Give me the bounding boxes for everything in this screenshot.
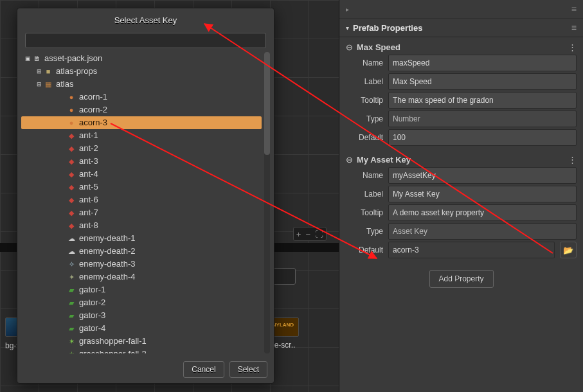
expander-icon[interactable]: ⊖: [346, 155, 353, 165]
cancel-button[interactable]: Cancel: [183, 361, 224, 378]
tree-item[interactable]: ▰gator-2: [21, 296, 262, 309]
tree-label: ant-7: [79, 206, 98, 219]
browse-asset-button[interactable]: 📂: [560, 242, 577, 258]
sprite-icon: ◆: [66, 170, 76, 179]
tree-label: gator-1: [79, 283, 105, 296]
tree-item[interactable]: ✦enemy-death-4: [21, 271, 262, 283]
sprite-icon: ☁: [66, 234, 76, 243]
field-label: Default: [346, 133, 383, 142]
type-select[interactable]: Asset Key: [388, 223, 577, 240]
canvas-zoom-toolbar[interactable]: + − ⛶: [293, 227, 327, 241]
tree-label: acorn-3: [79, 116, 107, 129]
section-compiler[interactable]: ▸ ≡: [339, 0, 583, 19]
tree-item[interactable]: ◆ant-5: [21, 181, 262, 193]
tree-root[interactable]: ▣🗎asset-pack.json: [21, 52, 262, 65]
tree-branch[interactable]: ⊞■atlas-props: [21, 65, 262, 78]
tree-label: ant-6: [79, 193, 98, 206]
tree-label: gator-3: [79, 309, 105, 322]
label-input[interactable]: My Asset Key: [388, 186, 577, 202]
tree-item[interactable]: ●acorn-3: [21, 116, 262, 129]
plus-icon[interactable]: +: [296, 229, 301, 239]
tree-item[interactable]: ◆ant-3: [21, 155, 262, 168]
field-label: Label: [346, 190, 383, 199]
default-input[interactable]: acorn-3: [388, 242, 555, 258]
tree-label: ant-3: [79, 155, 98, 168]
asset-tree[interactable]: ▣🗎asset-pack.json⊞■atlas-props⊟▦atlas●ac…: [21, 52, 262, 353]
tree-item[interactable]: ▰gator-4: [21, 322, 262, 335]
tree-item[interactable]: ◆ant-7: [21, 206, 262, 219]
tree-scrollbar[interactable]: [264, 52, 270, 353]
tree-label: ant-5: [79, 181, 98, 193]
tree-item[interactable]: ✶grasshopper-fall-1: [21, 335, 262, 348]
tree-label: enemy-death-1: [79, 232, 135, 245]
field-label: Tooltip: [346, 96, 383, 105]
tree-label: gator-4: [79, 322, 105, 335]
section-title: Prefab Properties: [353, 23, 422, 33]
sprite-icon: ◆: [66, 221, 76, 230]
group-title: Max Speed: [357, 42, 400, 52]
tree-label: enemy-death-4: [79, 271, 135, 283]
default-input[interactable]: 100: [388, 129, 577, 146]
sprite-icon: ✦: [66, 272, 76, 281]
tree-toggle-icon[interactable]: ▣: [24, 52, 31, 65]
tooltip-input[interactable]: A demo asset key property: [388, 204, 577, 221]
menu-icon[interactable]: ⋮: [568, 42, 577, 52]
minus-icon[interactable]: −: [305, 229, 310, 239]
folder-open-icon: 📂: [563, 245, 573, 255]
tree-item[interactable]: ●acorn-2: [21, 103, 262, 116]
tree-branch[interactable]: ⊟▦atlas: [21, 78, 262, 91]
sprite-icon: ▰: [66, 311, 76, 320]
chevron-down-icon: ▾: [346, 24, 349, 31]
tree-item[interactable]: ◆ant-8: [21, 219, 262, 232]
name-input[interactable]: myAssetKey: [388, 167, 577, 184]
tree-label: asset-pack.json: [44, 52, 102, 65]
menu-icon[interactable]: ⋮: [568, 155, 577, 165]
tree-label: enemy-death-3: [79, 258, 135, 271]
tree-label: ant-2: [79, 142, 98, 155]
tree-label: acorn-1: [79, 91, 107, 103]
tree-item[interactable]: ◆ant-1: [21, 129, 262, 142]
asset-thumbnail-label: le-scr..: [273, 341, 295, 350]
group-max-speed[interactable]: ⊖ Max Speed ⋮: [346, 42, 577, 52]
tree-item[interactable]: ✧enemy-death-3: [21, 258, 262, 271]
atlas-icon: ▦: [43, 80, 53, 89]
menu-icon[interactable]: ≡: [571, 22, 577, 33]
fullscreen-icon[interactable]: ⛶: [315, 229, 323, 239]
name-input[interactable]: maxSpeed: [388, 55, 577, 71]
select-button[interactable]: Select: [229, 361, 267, 378]
tree-item[interactable]: ▰gator-1: [21, 283, 262, 296]
sprite-icon: ✧: [66, 260, 76, 269]
add-property-button[interactable]: Add Property: [429, 270, 494, 288]
sprite-icon: ▰: [66, 285, 76, 294]
tree-item[interactable]: ☁enemy-death-2: [21, 245, 262, 258]
dialog-search-input[interactable]: [25, 33, 266, 48]
field-label: Name: [346, 171, 383, 180]
tree-label: grasshopper-fall-1: [79, 335, 147, 348]
tree-item[interactable]: ▰gator-3: [21, 309, 262, 322]
folder-icon: ■: [43, 67, 53, 76]
tree-item[interactable]: ✶grasshopper-fall-2: [21, 348, 262, 353]
sprite-icon: ✶: [66, 350, 76, 353]
tree-item[interactable]: ☁enemy-death-1: [21, 232, 262, 245]
sprite-icon: ◆: [66, 195, 76, 204]
tree-toggle-icon[interactable]: ⊟: [35, 78, 43, 91]
json-file-icon: 🗎: [31, 54, 42, 63]
label-input[interactable]: Max Speed: [388, 73, 577, 90]
section-prefab-properties[interactable]: ▾ Prefab Properties ≡: [339, 19, 583, 37]
tree-item[interactable]: ●acorn-1: [21, 91, 262, 103]
tree-item[interactable]: ◆ant-2: [21, 142, 262, 155]
menu-icon[interactable]: ≡: [571, 4, 577, 14]
sprite-icon: ◆: [66, 208, 76, 217]
tree-item[interactable]: ◆ant-6: [21, 193, 262, 206]
sprite-icon: ✶: [66, 337, 76, 346]
tooltip-input[interactable]: The max speed of the gradon: [388, 92, 577, 109]
tree-toggle-icon[interactable]: ⊞: [35, 65, 43, 78]
type-select[interactable]: Number: [388, 111, 577, 127]
field-label: Tooltip: [346, 208, 383, 217]
expander-icon[interactable]: ⊖: [346, 42, 353, 52]
tree-label: atlas: [56, 78, 73, 91]
tree-item[interactable]: ◆ant-4: [21, 168, 262, 181]
dialog-title: Select Asset Key: [17, 8, 274, 31]
scrollbar-thumb[interactable]: [264, 52, 270, 155]
group-my-asset-key[interactable]: ⊖ My Asset Key ⋮: [346, 155, 577, 165]
